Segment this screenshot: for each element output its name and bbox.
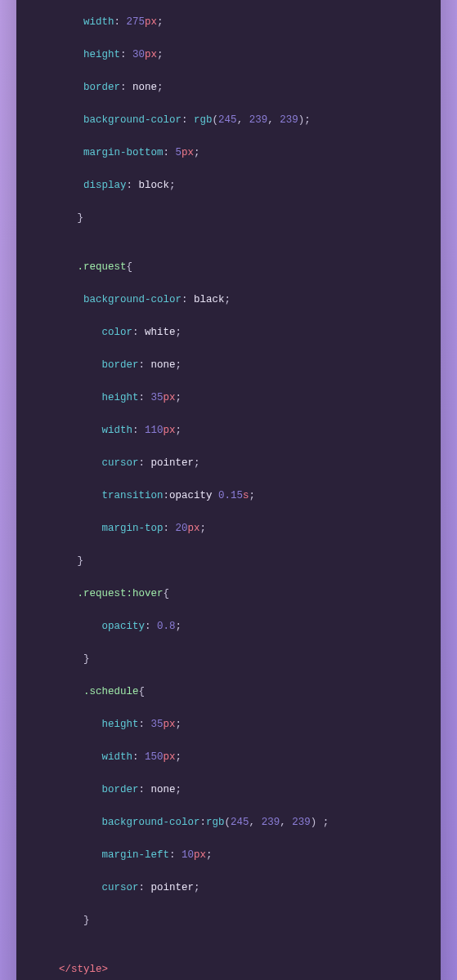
sel-request-hover: .request:hover	[78, 588, 164, 599]
code-content[interactable]: <html lang="en"> <head> <title>Document<…	[16, 0, 441, 980]
sel-request: .request	[78, 261, 127, 273]
sel-schedule: .schedule	[83, 686, 139, 697]
code-editor-window: <html lang="en"> <head> <title>Document<…	[16, 0, 441, 980]
